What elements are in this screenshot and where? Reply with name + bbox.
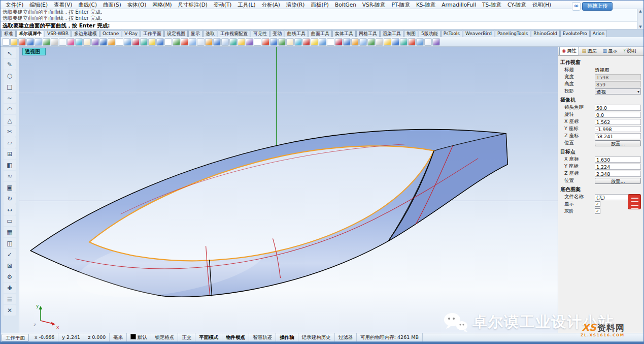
- property-value[interactable]: 0.0: [595, 112, 641, 118]
- toolbar-tab[interactable]: 工作平面: [141, 30, 164, 37]
- toolbar-icon[interactable]: [67, 38, 75, 46]
- toolbar-icon[interactable]: [246, 38, 253, 46]
- tool-icon[interactable]: ↻: [4, 193, 16, 204]
- toolbar-icon[interactable]: [83, 38, 91, 46]
- property-value[interactable]: 透视: [595, 88, 641, 95]
- toolbar-icon[interactable]: [43, 38, 50, 46]
- menu-item[interactable]: VSR-随意: [359, 1, 389, 9]
- toolbar-tab[interactable]: 可见性: [251, 30, 269, 37]
- toolbar-tab[interactable]: 显示: [188, 30, 202, 37]
- tool-icon[interactable]: ▭: [4, 215, 16, 226]
- menu-item[interactable]: 查看(V): [51, 1, 75, 9]
- toolbar-tab[interactable]: 标准: [2, 30, 16, 37]
- property-value[interactable]: 1.224: [595, 164, 641, 170]
- status-item[interactable]: 过滤器: [335, 333, 357, 341]
- status-item[interactable]: 操作轴: [276, 333, 298, 341]
- toolbar-tab[interactable]: 曲面工具: [309, 30, 332, 37]
- toolbar-icon[interactable]: [262, 38, 269, 46]
- tool-icon[interactable]: ✕: [4, 305, 16, 316]
- toolbar-icon[interactable]: [311, 38, 318, 46]
- tool-icon[interactable]: ✚: [4, 283, 16, 293]
- toolbar-tab[interactable]: VSR-WBR: [45, 30, 71, 37]
- menu-item[interactable]: 文件(F): [3, 1, 26, 9]
- toolbar-icon[interactable]: [148, 38, 156, 46]
- toolbar-icon[interactable]: [343, 38, 351, 46]
- toolbar-icon[interactable]: [376, 38, 383, 46]
- tool-icon[interactable]: □: [4, 81, 16, 92]
- property-value[interactable]: 透视图: [595, 67, 641, 73]
- toolbar-icon[interactable]: [351, 38, 359, 46]
- toolbar-tab[interactable]: PanelingTools: [495, 30, 530, 37]
- menu-item[interactable]: 工具(L): [234, 1, 258, 9]
- toolbar-tab[interactable]: 实体工具: [332, 30, 356, 37]
- menu-item[interactable]: 分析(A): [259, 1, 283, 9]
- menu-item[interactable]: 编辑(E): [26, 1, 51, 9]
- toolbar-tab[interactable]: Octane: [100, 30, 121, 37]
- toolbar-icon[interactable]: [205, 38, 213, 46]
- status-item[interactable]: 记录建构历史: [298, 333, 335, 341]
- toolbar-icon[interactable]: [319, 38, 326, 46]
- tool-icon[interactable]: ~: [4, 92, 16, 103]
- toolbar-icon[interactable]: [254, 38, 261, 46]
- toolbar-icon[interactable]: [392, 38, 399, 46]
- viewport-title-tab[interactable]: 透视图: [22, 48, 46, 55]
- menu-item[interactable]: 尺寸标注(D): [175, 1, 211, 9]
- toolbar-tab[interactable]: 渲染工具: [380, 30, 403, 37]
- status-item[interactable]: x -0.666: [31, 333, 58, 341]
- tool-icon[interactable]: ◧: [4, 160, 16, 170]
- panel-tab[interactable]: ▤ 图层: [580, 47, 600, 55]
- scroll-down-icon[interactable]: ▼: [639, 25, 641, 29]
- status-item[interactable]: 毫米: [110, 333, 127, 341]
- menu-item[interactable]: 面板(P): [308, 1, 332, 9]
- toolbar-tab[interactable]: 多边形建模: [72, 30, 99, 37]
- tool-icon[interactable]: ⊠: [4, 260, 16, 271]
- menu-item[interactable]: 曲线(C): [75, 1, 100, 9]
- toolbar-icon[interactable]: [229, 38, 237, 46]
- command-scrollbar[interactable]: ▲▼: [637, 9, 643, 29]
- toolbar-icon[interactable]: [416, 38, 424, 46]
- property-value[interactable]: 放置...: [595, 140, 641, 146]
- toolbar-icon[interactable]: [164, 38, 172, 46]
- menu-item[interactable]: TS-随意: [479, 1, 504, 9]
- toolbar-tab[interactable]: RhinoGold: [531, 30, 559, 37]
- toolbar-icon[interactable]: [173, 38, 180, 46]
- status-item[interactable]: z 0.000: [84, 333, 110, 341]
- upload-button[interactable]: 拖拽上传: [582, 2, 613, 11]
- property-value[interactable]: 859: [595, 81, 641, 87]
- property-value[interactable]: 50.0: [595, 105, 641, 111]
- tool-icon[interactable]: ↖: [4, 48, 16, 58]
- toolbar-icon[interactable]: [116, 38, 123, 46]
- tool-icon[interactable]: ◠: [4, 104, 16, 114]
- property-value[interactable]: 1598: [595, 74, 641, 80]
- property-value[interactable]: ✓: [595, 201, 600, 207]
- panel-tab[interactable]: ◉ 属性: [559, 47, 579, 55]
- status-item[interactable]: 工作平面: [2, 334, 29, 341]
- property-value[interactable]: 放置...: [595, 178, 641, 184]
- toolbar-icon[interactable]: [140, 38, 148, 46]
- menu-item[interactable]: 说明(H): [529, 1, 554, 9]
- status-item[interactable]: 物件锁点: [222, 333, 249, 341]
- toolbar-icon[interactable]: [359, 38, 367, 46]
- panel-tab[interactable]: ? 说明: [621, 47, 639, 55]
- tool-icon[interactable]: ◫: [4, 238, 16, 248]
- property-value[interactable]: 1.630: [595, 157, 641, 163]
- toolbar-icon[interactable]: [51, 38, 58, 46]
- tool-icon[interactable]: ≈: [4, 171, 16, 181]
- toolbar-icon[interactable]: [91, 38, 99, 46]
- tool-icon[interactable]: ▱: [4, 137, 16, 148]
- toolbar-icon[interactable]: [2, 38, 10, 46]
- tool-icon[interactable]: ↔: [4, 204, 16, 215]
- property-value[interactable]: ✓: [595, 208, 600, 214]
- tool-icon[interactable]: ✎: [4, 59, 16, 70]
- toolbar-icon[interactable]: [124, 38, 131, 46]
- menu-item[interactable]: 实体(O): [124, 1, 149, 9]
- toolbar-tab[interactable]: 网格工具: [356, 30, 380, 37]
- menu-item[interactable]: 曲面(S): [100, 1, 124, 9]
- panel-tab[interactable]: ▥ 显示: [600, 47, 620, 55]
- status-item[interactable]: 正交: [178, 333, 195, 341]
- toolbar-icon[interactable]: [400, 38, 408, 46]
- toolbar-icon[interactable]: [35, 38, 42, 46]
- toolbar-icon[interactable]: [270, 38, 278, 46]
- toolbar-icon[interactable]: [189, 38, 196, 46]
- toolbar-icon[interactable]: [335, 38, 343, 46]
